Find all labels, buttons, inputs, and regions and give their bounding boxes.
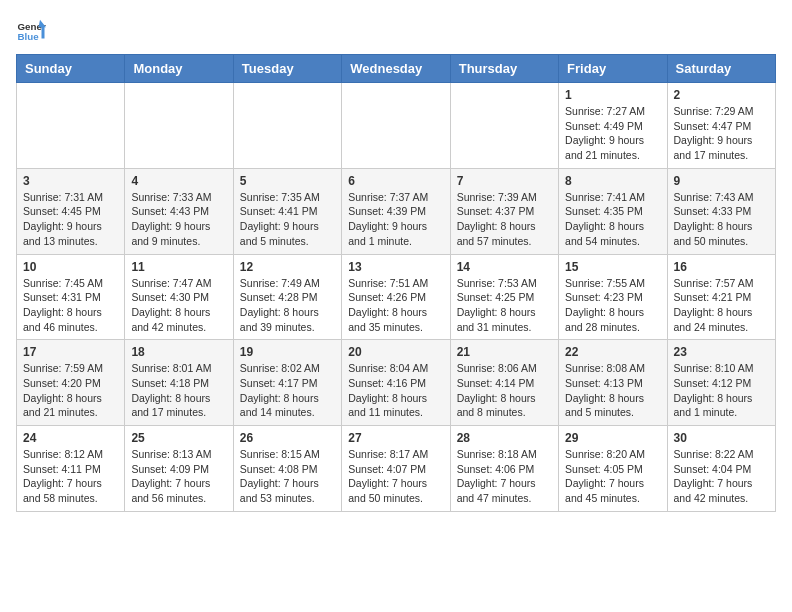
day-number: 14 <box>457 260 552 274</box>
day-number: 18 <box>131 345 226 359</box>
calendar-cell: 22Sunrise: 8:08 AM Sunset: 4:13 PM Dayli… <box>559 340 667 426</box>
day-info: Sunrise: 7:39 AM Sunset: 4:37 PM Dayligh… <box>457 190 552 249</box>
day-number: 30 <box>674 431 769 445</box>
day-info: Sunrise: 7:57 AM Sunset: 4:21 PM Dayligh… <box>674 276 769 335</box>
day-number: 7 <box>457 174 552 188</box>
day-number: 4 <box>131 174 226 188</box>
calendar-cell: 5Sunrise: 7:35 AM Sunset: 4:41 PM Daylig… <box>233 168 341 254</box>
day-number: 8 <box>565 174 660 188</box>
day-number: 19 <box>240 345 335 359</box>
calendar-week-row: 10Sunrise: 7:45 AM Sunset: 4:31 PM Dayli… <box>17 254 776 340</box>
calendar-cell: 12Sunrise: 7:49 AM Sunset: 4:28 PM Dayli… <box>233 254 341 340</box>
calendar-cell: 29Sunrise: 8:20 AM Sunset: 4:05 PM Dayli… <box>559 426 667 512</box>
day-info: Sunrise: 7:27 AM Sunset: 4:49 PM Dayligh… <box>565 104 660 163</box>
day-number: 1 <box>565 88 660 102</box>
calendar-week-row: 24Sunrise: 8:12 AM Sunset: 4:11 PM Dayli… <box>17 426 776 512</box>
calendar-cell: 10Sunrise: 7:45 AM Sunset: 4:31 PM Dayli… <box>17 254 125 340</box>
day-info: Sunrise: 7:53 AM Sunset: 4:25 PM Dayligh… <box>457 276 552 335</box>
calendar-cell: 4Sunrise: 7:33 AM Sunset: 4:43 PM Daylig… <box>125 168 233 254</box>
day-number: 20 <box>348 345 443 359</box>
calendar-week-row: 1Sunrise: 7:27 AM Sunset: 4:49 PM Daylig… <box>17 83 776 169</box>
calendar-cell: 9Sunrise: 7:43 AM Sunset: 4:33 PM Daylig… <box>667 168 775 254</box>
day-info: Sunrise: 8:17 AM Sunset: 4:07 PM Dayligh… <box>348 447 443 506</box>
day-number: 24 <box>23 431 118 445</box>
day-info: Sunrise: 8:22 AM Sunset: 4:04 PM Dayligh… <box>674 447 769 506</box>
day-info: Sunrise: 8:06 AM Sunset: 4:14 PM Dayligh… <box>457 361 552 420</box>
calendar-cell: 30Sunrise: 8:22 AM Sunset: 4:04 PM Dayli… <box>667 426 775 512</box>
calendar-cell: 6Sunrise: 7:37 AM Sunset: 4:39 PM Daylig… <box>342 168 450 254</box>
calendar-cell <box>17 83 125 169</box>
day-number: 6 <box>348 174 443 188</box>
day-info: Sunrise: 7:29 AM Sunset: 4:47 PM Dayligh… <box>674 104 769 163</box>
day-info: Sunrise: 8:18 AM Sunset: 4:06 PM Dayligh… <box>457 447 552 506</box>
day-number: 26 <box>240 431 335 445</box>
day-number: 28 <box>457 431 552 445</box>
day-number: 29 <box>565 431 660 445</box>
calendar-cell: 17Sunrise: 7:59 AM Sunset: 4:20 PM Dayli… <box>17 340 125 426</box>
day-number: 27 <box>348 431 443 445</box>
day-info: Sunrise: 7:43 AM Sunset: 4:33 PM Dayligh… <box>674 190 769 249</box>
weekday-header-saturday: Saturday <box>667 55 775 83</box>
day-info: Sunrise: 7:31 AM Sunset: 4:45 PM Dayligh… <box>23 190 118 249</box>
day-info: Sunrise: 8:13 AM Sunset: 4:09 PM Dayligh… <box>131 447 226 506</box>
logo-icon: General Blue <box>16 16 46 46</box>
day-info: Sunrise: 8:02 AM Sunset: 4:17 PM Dayligh… <box>240 361 335 420</box>
calendar-cell <box>450 83 558 169</box>
calendar-cell: 23Sunrise: 8:10 AM Sunset: 4:12 PM Dayli… <box>667 340 775 426</box>
weekday-header-monday: Monday <box>125 55 233 83</box>
day-number: 13 <box>348 260 443 274</box>
day-info: Sunrise: 8:15 AM Sunset: 4:08 PM Dayligh… <box>240 447 335 506</box>
day-info: Sunrise: 7:33 AM Sunset: 4:43 PM Dayligh… <box>131 190 226 249</box>
weekday-header-wednesday: Wednesday <box>342 55 450 83</box>
calendar-cell: 3Sunrise: 7:31 AM Sunset: 4:45 PM Daylig… <box>17 168 125 254</box>
day-info: Sunrise: 7:37 AM Sunset: 4:39 PM Dayligh… <box>348 190 443 249</box>
day-number: 17 <box>23 345 118 359</box>
day-number: 25 <box>131 431 226 445</box>
calendar-cell: 24Sunrise: 8:12 AM Sunset: 4:11 PM Dayli… <box>17 426 125 512</box>
day-number: 23 <box>674 345 769 359</box>
weekday-header-friday: Friday <box>559 55 667 83</box>
day-info: Sunrise: 8:12 AM Sunset: 4:11 PM Dayligh… <box>23 447 118 506</box>
calendar-cell: 11Sunrise: 7:47 AM Sunset: 4:30 PM Dayli… <box>125 254 233 340</box>
calendar-cell: 14Sunrise: 7:53 AM Sunset: 4:25 PM Dayli… <box>450 254 558 340</box>
calendar-cell: 19Sunrise: 8:02 AM Sunset: 4:17 PM Dayli… <box>233 340 341 426</box>
calendar-cell <box>125 83 233 169</box>
calendar-cell: 26Sunrise: 8:15 AM Sunset: 4:08 PM Dayli… <box>233 426 341 512</box>
calendar-week-row: 3Sunrise: 7:31 AM Sunset: 4:45 PM Daylig… <box>17 168 776 254</box>
calendar-cell: 7Sunrise: 7:39 AM Sunset: 4:37 PM Daylig… <box>450 168 558 254</box>
day-info: Sunrise: 7:59 AM Sunset: 4:20 PM Dayligh… <box>23 361 118 420</box>
calendar-cell: 25Sunrise: 8:13 AM Sunset: 4:09 PM Dayli… <box>125 426 233 512</box>
calendar-cell: 20Sunrise: 8:04 AM Sunset: 4:16 PM Dayli… <box>342 340 450 426</box>
weekday-header-thursday: Thursday <box>450 55 558 83</box>
calendar-week-row: 17Sunrise: 7:59 AM Sunset: 4:20 PM Dayli… <box>17 340 776 426</box>
calendar-cell <box>342 83 450 169</box>
calendar-cell: 18Sunrise: 8:01 AM Sunset: 4:18 PM Dayli… <box>125 340 233 426</box>
calendar-cell: 27Sunrise: 8:17 AM Sunset: 4:07 PM Dayli… <box>342 426 450 512</box>
weekday-header-sunday: Sunday <box>17 55 125 83</box>
day-number: 5 <box>240 174 335 188</box>
day-number: 21 <box>457 345 552 359</box>
calendar-table: SundayMondayTuesdayWednesdayThursdayFrid… <box>16 54 776 512</box>
day-info: Sunrise: 7:55 AM Sunset: 4:23 PM Dayligh… <box>565 276 660 335</box>
day-info: Sunrise: 7:41 AM Sunset: 4:35 PM Dayligh… <box>565 190 660 249</box>
day-number: 16 <box>674 260 769 274</box>
calendar-cell: 28Sunrise: 8:18 AM Sunset: 4:06 PM Dayli… <box>450 426 558 512</box>
weekday-header-row: SundayMondayTuesdayWednesdayThursdayFrid… <box>17 55 776 83</box>
calendar-cell <box>233 83 341 169</box>
calendar-cell: 2Sunrise: 7:29 AM Sunset: 4:47 PM Daylig… <box>667 83 775 169</box>
day-info: Sunrise: 7:47 AM Sunset: 4:30 PM Dayligh… <box>131 276 226 335</box>
calendar-cell: 13Sunrise: 7:51 AM Sunset: 4:26 PM Dayli… <box>342 254 450 340</box>
day-number: 12 <box>240 260 335 274</box>
day-info: Sunrise: 8:08 AM Sunset: 4:13 PM Dayligh… <box>565 361 660 420</box>
calendar-cell: 1Sunrise: 7:27 AM Sunset: 4:49 PM Daylig… <box>559 83 667 169</box>
day-number: 3 <box>23 174 118 188</box>
day-info: Sunrise: 8:01 AM Sunset: 4:18 PM Dayligh… <box>131 361 226 420</box>
calendar-cell: 21Sunrise: 8:06 AM Sunset: 4:14 PM Dayli… <box>450 340 558 426</box>
day-info: Sunrise: 8:20 AM Sunset: 4:05 PM Dayligh… <box>565 447 660 506</box>
day-info: Sunrise: 7:45 AM Sunset: 4:31 PM Dayligh… <box>23 276 118 335</box>
day-info: Sunrise: 8:04 AM Sunset: 4:16 PM Dayligh… <box>348 361 443 420</box>
calendar-cell: 15Sunrise: 7:55 AM Sunset: 4:23 PM Dayli… <box>559 254 667 340</box>
day-info: Sunrise: 7:49 AM Sunset: 4:28 PM Dayligh… <box>240 276 335 335</box>
day-info: Sunrise: 7:35 AM Sunset: 4:41 PM Dayligh… <box>240 190 335 249</box>
logo: General Blue <box>16 16 46 46</box>
